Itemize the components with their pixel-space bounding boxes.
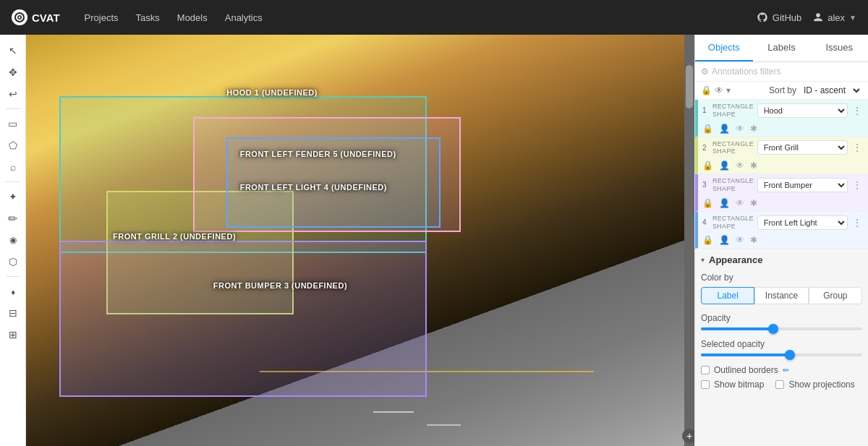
sort-select[interactable]: ID - ascent ID - descent Label <box>801 85 862 96</box>
filter-icon: ⚙ <box>701 67 709 77</box>
obj-lock-icon-2[interactable]: 🔒 <box>702 160 713 171</box>
obj-person-icon-3[interactable]: 👤 <box>719 198 730 208</box>
logo-text: CVAT <box>32 12 60 24</box>
main-layout: ↖ ✥ ↩ ▭ ⬠ ⌕ ✦ ✏ ◉ ⬡ ⬧ ⊟ ⊞ <box>0 35 868 446</box>
user-link[interactable]: alex ▼ <box>813 12 856 23</box>
filter-bar: ⚙ Annotations filters <box>695 62 868 82</box>
scroll-plus-button[interactable]: + <box>682 429 694 443</box>
logo[interactable]: CVAT <box>12 9 60 25</box>
selected-opacity-label: Selected opacity <box>701 339 862 349</box>
obj-label-select-1[interactable]: Hood <box>757 103 848 118</box>
chevron-down-icon[interactable]: ▾ <box>726 85 731 95</box>
tab-labels[interactable]: Labels <box>753 35 811 61</box>
car-scene: HOOD 1 (UNDEFINED) FRONT LEFT FENDER 5 (… <box>26 35 694 446</box>
tab-issues[interactable]: Issues <box>810 35 868 61</box>
point-tool[interactable]: ◉ <box>3 230 23 250</box>
obj-lock-icon-4[interactable]: 🔒 <box>702 235 713 245</box>
obj-label-select-2[interactable]: Front Grill <box>757 140 848 155</box>
obj-star-icon-1[interactable]: ✱ <box>750 124 757 134</box>
opacity-thumb[interactable] <box>768 324 778 334</box>
opacity-section: Opacity <box>701 313 862 330</box>
layers-tool[interactable]: ⊟ <box>3 303 23 323</box>
svg-point-2 <box>19 17 21 19</box>
separator-3 <box>6 276 20 277</box>
user-icon <box>813 12 823 22</box>
obj-more-4[interactable]: ⋮ <box>851 217 864 228</box>
filter-placeholder: Annotations filters <box>712 67 862 77</box>
show-projections-checkbox[interactable] <box>775 380 784 389</box>
tag-tool[interactable]: ⬧ <box>3 281 23 301</box>
lock-icon[interactable]: 🔒 <box>701 85 712 95</box>
tab-objects[interactable]: Objects <box>695 35 753 61</box>
nav-tasks[interactable]: Tasks <box>129 8 167 27</box>
appearance-header: ▾ Appearance <box>701 254 862 265</box>
nav-models[interactable]: Models <box>170 8 215 27</box>
obj-person-icon-2[interactable]: 👤 <box>719 160 730 171</box>
color-by-group-btn[interactable]: Group <box>809 287 862 304</box>
obj-actions-2: 🔒 👤 👁 ✱ <box>698 158 868 173</box>
show-bitmap-label: Show bitmap <box>714 379 764 390</box>
cursor-tool[interactable]: ↖ <box>3 40 23 61</box>
road-marking-3 <box>427 424 460 426</box>
obj-more-1[interactable]: ⋮ <box>851 105 864 116</box>
object-item-header-4: 4 RECTANGLE SHAPE Front Left Light ⋮ <box>698 212 868 233</box>
selected-opacity-thumb[interactable] <box>785 350 795 360</box>
outlined-borders-edit-icon[interactable]: ✏ <box>783 366 789 375</box>
undo-tool[interactable]: ↩ <box>3 84 23 104</box>
obj-star-icon-4[interactable]: ✱ <box>750 235 757 245</box>
object-item-hood: 1 RECTANGLE SHAPE Hood ⋮ 🔒 👤 👁 ✱ <box>695 100 868 137</box>
obj-star-icon-3[interactable]: ✱ <box>750 198 757 208</box>
obj-type-4: RECTANGLE SHAPE <box>712 215 754 231</box>
canvas-scrollbar[interactable]: + <box>684 35 694 446</box>
magic-wand-tool[interactable]: ✦ <box>3 186 23 207</box>
obj-eye-icon-2[interactable]: 👁 <box>736 160 744 171</box>
obj-type-2: RECTANGLE SHAPE <box>712 140 754 156</box>
settings-display-tool[interactable]: ⊞ <box>3 325 23 345</box>
show-projections-label: Show projections <box>788 379 854 390</box>
obj-lock-icon-3[interactable]: 🔒 <box>702 198 713 208</box>
obj-eye-icon-3[interactable]: 👁 <box>736 198 744 208</box>
top-navigation: CVAT Projects Tasks Models Analytics Git… <box>0 0 868 35</box>
outlined-borders-label: Outlined borders <box>714 365 778 375</box>
color-by-label-btn[interactable]: Label <box>701 287 754 304</box>
color-by-buttons: Label Instance Group <box>701 287 862 304</box>
obj-star-icon-2[interactable]: ✱ <box>750 160 757 171</box>
outlined-borders-checkbox[interactable] <box>701 366 710 374</box>
color-by-instance-btn[interactable]: Instance <box>754 287 808 304</box>
polygon-tool[interactable]: ⬠ <box>3 135 23 155</box>
opacity-label: Opacity <box>701 313 862 323</box>
selected-opacity-track <box>701 353 862 356</box>
collapse-icon[interactable]: ▾ <box>701 256 705 264</box>
scroll-thumb[interactable] <box>686 65 693 108</box>
show-bitmap-checkbox[interactable] <box>701 380 710 389</box>
obj-eye-icon-4[interactable]: 👁 <box>736 235 744 245</box>
obj-id-4: 4 <box>702 218 710 226</box>
rectangle-tool[interactable]: ▭ <box>3 113 23 134</box>
search-area-tool[interactable]: ⌕ <box>3 157 23 177</box>
show-bitmap-row[interactable]: Show bitmap <box>701 379 764 390</box>
obj-person-icon-4[interactable]: 👤 <box>719 235 730 245</box>
separator-1 <box>6 108 20 109</box>
github-link[interactable]: GitHub <box>757 12 801 23</box>
eye-icon[interactable]: 👁 <box>715 85 723 95</box>
outlined-borders-row[interactable]: Outlined borders ✏ <box>701 365 862 375</box>
ann-box-front-bumper <box>59 241 427 397</box>
brush-tool[interactable]: ✏ <box>3 208 23 228</box>
nav-projects[interactable]: Projects <box>77 8 126 27</box>
obj-id-3: 3 <box>702 181 710 189</box>
obj-eye-icon-1[interactable]: 👁 <box>736 124 744 134</box>
show-projections-row[interactable]: Show projections <box>775 379 854 390</box>
obj-more-3[interactable]: ⋮ <box>851 179 864 191</box>
sort-label: Sort by <box>769 85 796 95</box>
nav-analytics[interactable]: Analytics <box>218 8 270 27</box>
move-tool[interactable]: ✥ <box>3 62 23 82</box>
obj-more-2[interactable]: ⋮ <box>851 142 864 153</box>
opacity-fill <box>701 327 773 330</box>
opacity-track <box>701 327 862 330</box>
obj-person-icon-1[interactable]: 👤 <box>719 124 730 134</box>
obj-label-select-3[interactable]: Front Bumper <box>757 178 848 192</box>
cube-tool[interactable]: ⬡ <box>3 252 23 272</box>
canvas-area[interactable]: HOOD 1 (UNDEFINED) FRONT LEFT FENDER 5 (… <box>26 35 694 446</box>
obj-lock-icon-1[interactable]: 🔒 <box>702 124 713 134</box>
obj-label-select-4[interactable]: Front Left Light <box>757 215 848 230</box>
